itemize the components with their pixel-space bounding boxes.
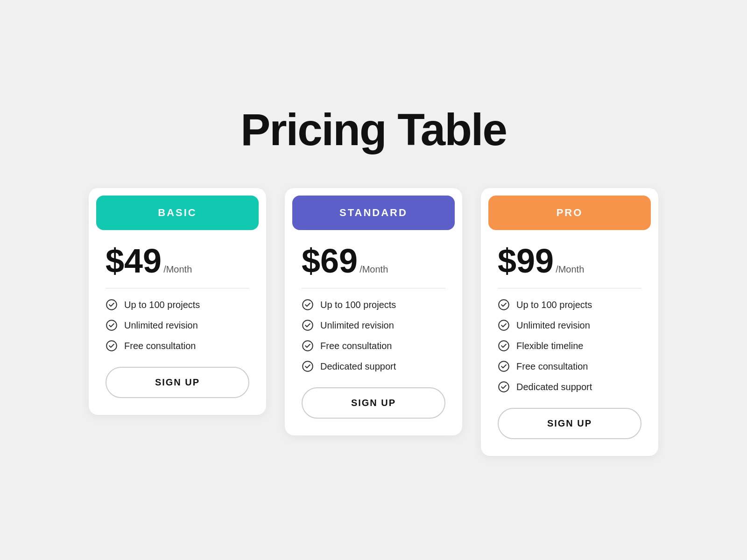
list-item: Up to 100 projects: [498, 299, 641, 311]
list-item: Unlimited revision: [498, 319, 641, 331]
plan-body-basic: $49/MonthUp to 100 projectsUnlimited rev…: [89, 230, 266, 415]
list-item: Dedicated support: [498, 381, 641, 393]
plan-header-standard: STANDARD: [292, 196, 455, 230]
plan-body-standard: $69/MonthUp to 100 projectsUnlimited rev…: [285, 230, 462, 435]
list-item: Dedicated support: [302, 360, 445, 372]
feature-label: Up to 100 projects: [516, 300, 592, 310]
plan-price-row-basic: $49/Month: [106, 244, 249, 278]
feature-label: Free consultation: [320, 341, 392, 351]
list-item: Free consultation: [302, 340, 445, 352]
feature-label: Unlimited revision: [516, 320, 590, 331]
pricing-cards-container: BASIC$49/MonthUp to 100 projectsUnlimite…: [89, 188, 658, 456]
svg-point-9: [499, 341, 509, 351]
check-circle-icon: [498, 319, 510, 331]
plan-features-pro: Up to 100 projectsUnlimited revisionFlex…: [498, 299, 641, 393]
feature-label: Unlimited revision: [124, 320, 198, 331]
svg-point-5: [303, 341, 313, 351]
plan-price-amount-standard: $69: [302, 244, 358, 278]
plan-name-basic: BASIC: [158, 207, 197, 218]
feature-label: Up to 100 projects: [320, 300, 396, 310]
check-circle-icon: [498, 340, 510, 352]
list-item: Up to 100 projects: [302, 299, 445, 311]
check-circle-icon: [302, 299, 314, 311]
plan-card-standard: STANDARD$69/MonthUp to 100 projectsUnlim…: [285, 188, 462, 435]
svg-point-3: [303, 300, 313, 310]
list-item: Unlimited revision: [106, 319, 249, 331]
plan-features-standard: Up to 100 projectsUnlimited revisionFree…: [302, 299, 445, 372]
svg-point-1: [106, 320, 117, 330]
page-title: Pricing Table: [240, 104, 507, 155]
feature-label: Free consultation: [516, 361, 588, 372]
list-item: Free consultation: [106, 340, 249, 352]
check-circle-icon: [106, 299, 118, 311]
plan-price-period-standard: /Month: [359, 264, 388, 275]
plan-price-amount-basic: $49: [106, 244, 162, 278]
list-item: Unlimited revision: [302, 319, 445, 331]
feature-label: Free consultation: [124, 341, 196, 351]
plan-header-basic: BASIC: [96, 196, 259, 230]
check-circle-icon: [106, 319, 118, 331]
signup-button-pro[interactable]: SIGN UP: [498, 408, 641, 439]
plan-price-period-pro: /Month: [556, 264, 584, 275]
plan-card-pro: PRO$99/MonthUp to 100 projectsUnlimited …: [481, 188, 658, 456]
check-circle-icon: [498, 381, 510, 393]
check-circle-icon: [498, 360, 510, 372]
feature-label: Up to 100 projects: [124, 300, 200, 310]
check-circle-icon: [498, 299, 510, 311]
plan-price-period-basic: /Month: [163, 264, 192, 275]
svg-point-4: [303, 320, 313, 330]
svg-point-7: [499, 300, 509, 310]
check-circle-icon: [106, 340, 118, 352]
check-circle-icon: [302, 360, 314, 372]
svg-point-2: [106, 341, 117, 351]
plan-price-row-pro: $99/Month: [498, 244, 641, 278]
signup-button-standard[interactable]: SIGN UP: [302, 387, 445, 419]
signup-button-basic[interactable]: SIGN UP: [106, 367, 249, 398]
feature-label: Dedicated support: [320, 361, 396, 372]
plan-name-pro: PRO: [557, 207, 583, 218]
svg-point-0: [106, 300, 117, 310]
feature-label: Unlimited revision: [320, 320, 394, 331]
plan-divider-pro: [498, 288, 641, 288]
svg-point-6: [303, 361, 313, 371]
list-item: Free consultation: [498, 360, 641, 372]
plan-divider-standard: [302, 288, 445, 288]
feature-label: Flexible timeline: [516, 341, 583, 351]
check-circle-icon: [302, 319, 314, 331]
plan-features-basic: Up to 100 projectsUnlimited revisionFree…: [106, 299, 249, 352]
svg-point-8: [499, 320, 509, 330]
feature-label: Dedicated support: [516, 382, 592, 392]
plan-header-pro: PRO: [488, 196, 651, 230]
plan-name-standard: STANDARD: [339, 207, 408, 218]
plan-card-basic: BASIC$49/MonthUp to 100 projectsUnlimite…: [89, 188, 266, 415]
svg-point-10: [499, 361, 509, 371]
plan-divider-basic: [106, 288, 249, 288]
check-circle-icon: [302, 340, 314, 352]
list-item: Up to 100 projects: [106, 299, 249, 311]
list-item: Flexible timeline: [498, 340, 641, 352]
plan-price-row-standard: $69/Month: [302, 244, 445, 278]
plan-price-amount-pro: $99: [498, 244, 554, 278]
svg-point-11: [499, 382, 509, 392]
plan-body-pro: $99/MonthUp to 100 projectsUnlimited rev…: [481, 230, 658, 456]
